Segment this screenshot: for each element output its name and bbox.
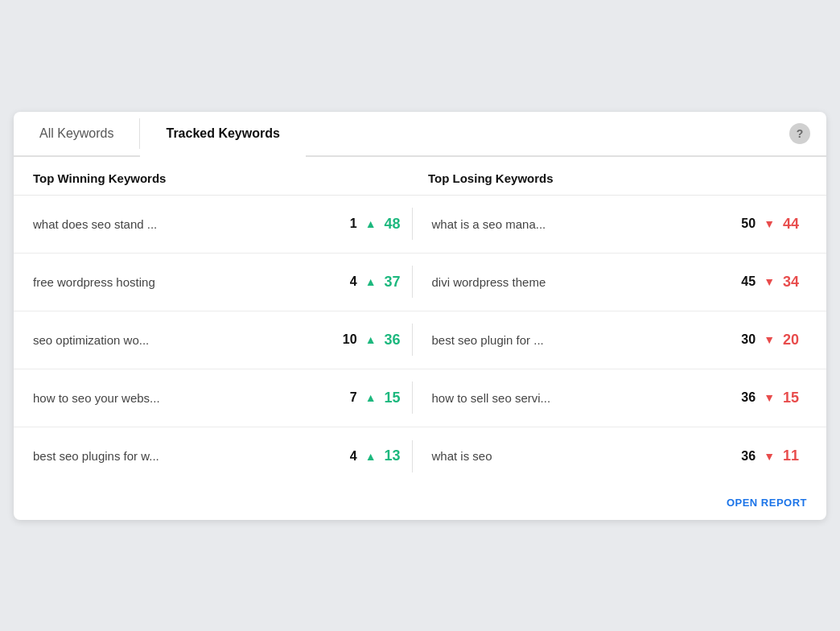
winning-keyword-text: best seo plugins for w... (33, 449, 327, 463)
winning-change: 48 (385, 216, 409, 233)
losing-change: 34 (783, 274, 807, 291)
winning-side: free wordpress hosting 4 ▲ 37 (33, 274, 409, 291)
winning-rank: 4 (335, 274, 357, 289)
losing-rank: 36 (733, 449, 756, 464)
losing-keyword-text: best seo plugin for ... (432, 333, 726, 347)
losing-keyword-text: how to sell seo servi... (432, 391, 726, 405)
winning-rank: 4 (335, 449, 357, 464)
losing-change: 11 (783, 447, 807, 464)
footer: OPEN REPORT (14, 485, 826, 520)
losing-change: 20 (783, 332, 807, 348)
column-headers: Top Winning Keywords Top Losing Keywords (14, 157, 826, 196)
down-arrow-icon: ▼ (764, 451, 775, 462)
keyword-widget: All Keywords Tracked Keywords ? Top Winn… (14, 112, 826, 520)
losing-rank: 45 (733, 274, 756, 289)
losing-side: divi wordpress theme 45 ▼ 34 (416, 274, 808, 291)
up-arrow-icon: ▲ (365, 218, 377, 229)
help-button[interactable]: ? (773, 112, 826, 155)
losing-keyword-text: what is a seo mana... (432, 217, 726, 231)
losing-side: best seo plugin for ... 30 ▼ 20 (416, 332, 808, 348)
down-arrow-icon: ▼ (764, 276, 775, 287)
down-arrow-icon: ▼ (764, 392, 775, 403)
up-arrow-icon: ▲ (365, 392, 377, 403)
row-divider (412, 208, 413, 240)
losing-rank: 30 (733, 332, 756, 347)
losing-change: 15 (783, 390, 807, 406)
winning-rank: 7 (335, 390, 357, 405)
keyword-row: how to seo your webs... 7 ▲ 15 how to se… (14, 369, 826, 427)
tabs-spacer (306, 112, 773, 155)
open-report-button[interactable]: OPEN REPORT (727, 497, 807, 509)
tab-all-keywords[interactable]: All Keywords (14, 112, 139, 155)
winning-change: 15 (385, 390, 409, 406)
keyword-row: what does seo stand ... 1 ▲ 48 what is a… (14, 196, 826, 254)
losing-side: how to sell seo servi... 36 ▼ 15 (416, 390, 808, 406)
row-divider (412, 440, 413, 472)
up-arrow-icon: ▲ (365, 334, 377, 345)
content-area: Top Winning Keywords Top Losing Keywords… (14, 157, 826, 485)
winning-header: Top Winning Keywords (33, 171, 412, 185)
losing-keyword-text: divi wordpress theme (432, 275, 726, 289)
winning-change: 36 (385, 332, 409, 348)
keyword-row: seo optimization wo... 10 ▲ 36 best seo … (14, 311, 826, 369)
down-arrow-icon: ▼ (764, 334, 775, 345)
winning-change: 13 (385, 447, 409, 464)
winning-side: what does seo stand ... 1 ▲ 48 (33, 216, 409, 233)
winning-side: seo optimization wo... 10 ▲ 36 (33, 332, 409, 348)
losing-side: what is a seo mana... 50 ▼ 44 (416, 216, 808, 233)
winning-side: best seo plugins for w... 4 ▲ 13 (33, 447, 409, 464)
losing-header: Top Losing Keywords (412, 171, 807, 185)
row-divider (412, 324, 413, 356)
losing-rank: 36 (733, 390, 756, 405)
row-divider (412, 266, 413, 298)
winning-change: 37 (385, 274, 409, 291)
winning-rank: 1 (335, 217, 357, 231)
losing-rank: 50 (733, 217, 756, 231)
losing-change: 44 (783, 216, 807, 233)
winning-keyword-text: what does seo stand ... (33, 217, 327, 231)
rows-container: what does seo stand ... 1 ▲ 48 what is a… (14, 196, 826, 485)
help-icon[interactable]: ? (789, 123, 810, 144)
tab-tracked-keywords[interactable]: Tracked Keywords (140, 112, 305, 155)
keyword-row: best seo plugins for w... 4 ▲ 13 what is… (14, 427, 826, 485)
winning-keyword-text: how to seo your webs... (33, 391, 327, 405)
row-divider (412, 381, 413, 414)
winning-side: how to seo your webs... 7 ▲ 15 (33, 390, 409, 406)
tabs-container: All Keywords Tracked Keywords ? (14, 112, 826, 157)
down-arrow-icon: ▼ (764, 218, 775, 229)
losing-keyword-text: what is seo (432, 449, 726, 463)
losing-side: what is seo 36 ▼ 11 (416, 447, 808, 464)
up-arrow-icon: ▲ (365, 451, 377, 462)
up-arrow-icon: ▲ (365, 276, 377, 287)
winning-keyword-text: seo optimization wo... (33, 333, 327, 347)
keyword-row: free wordpress hosting 4 ▲ 37 divi wordp… (14, 254, 826, 311)
winning-keyword-text: free wordpress hosting (33, 275, 327, 289)
winning-rank: 10 (335, 332, 357, 347)
